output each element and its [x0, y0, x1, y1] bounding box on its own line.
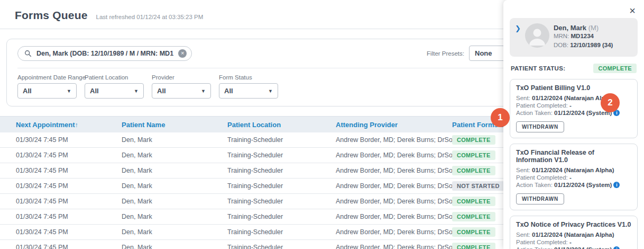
select-value: All [90, 87, 99, 95]
cell-attending-provider: Andrew Border, MD; Derek Burns; DrSonji.… [336, 228, 452, 236]
last-refreshed-text: Last refreshed 01/12/24 at 03:35:23 PM [96, 14, 204, 20]
search-icon [24, 50, 32, 57]
column-header-next-appointment[interactable]: Next Appointment↑ [16, 121, 122, 129]
page-title: Forms Queue [15, 9, 88, 22]
provider-select[interactable]: All▼ [152, 83, 211, 99]
cell-patient-name: Den, Mark [122, 228, 227, 236]
cell-patient-name: Den, Mark [122, 136, 227, 144]
annotation-circle-2: 2 [601, 93, 620, 112]
cell-next-appointment: 01/30/24 7:45 PM [16, 167, 122, 174]
form-title: TxO Financial Release of Information V1.… [516, 149, 631, 164]
cell-patient-location: Training-Scheduler [227, 228, 336, 236]
form-title: TxO Notice of Privacy Practices V1.0 [516, 221, 631, 228]
cell-next-appointment: 01/30/24 7:45 PM [16, 244, 122, 249]
withdrawn-button[interactable]: WITHDRAWN [516, 121, 564, 132]
column-header-patient-name[interactable]: Patient Name [122, 121, 227, 129]
cell-attending-provider: Andrew Border, MD; Derek Burns; DrSonji.… [336, 182, 452, 190]
cell-attending-provider: Andrew Border, MD; Derek Burns; DrSonji.… [336, 244, 452, 249]
cell-patient-location: Training-Scheduler [227, 182, 336, 190]
cell-attending-provider: Andrew Border, MD; Derek Burns; DrSonji.… [336, 167, 452, 174]
form-card-privacy-practices: TxO Notice of Privacy Practices V1.0 Sen… [510, 216, 638, 249]
cell-patient-location: Training-Scheduler [227, 244, 336, 249]
info-icon[interactable]: i [613, 182, 620, 188]
avatar [525, 23, 549, 48]
cell-next-appointment: 01/30/24 7:45 PM [16, 152, 122, 159]
form-sent-line: Sent: 01/12/2024 (Natarajan Alpha) [516, 232, 631, 238]
patient-dob: DOB: 12/10/1989 (34) [554, 41, 613, 50]
cell-patient-location: Training-Scheduler [227, 152, 336, 159]
select-value: All [23, 87, 32, 95]
form-title: TxO Patient Billing V1.0 [516, 84, 631, 92]
filter-label: Patient Location [85, 74, 144, 81]
cell-patient-location: Training-Scheduler [227, 167, 336, 174]
form-action-line: Action Taken: 01/12/2024 (System)i [516, 182, 631, 188]
cell-next-appointment: 01/30/24 7:45 PM [16, 136, 122, 144]
cell-patient-name: Den, Mark [122, 244, 227, 249]
info-icon[interactable]: i [613, 246, 620, 249]
status-badge: COMPLETE [452, 212, 495, 221]
annotation-circle-1: 1 [491, 108, 510, 127]
close-icon[interactable]: × [629, 5, 636, 16]
chip-close-icon[interactable]: × [178, 49, 187, 58]
cell-next-appointment: 01/30/24 7:45 PM [16, 228, 122, 236]
chevron-right-icon[interactable]: ❯ [515, 24, 521, 50]
cell-patient-location: Training-Scheduler [227, 136, 336, 144]
cell-patient-name: Den, Mark [122, 198, 227, 205]
cell-attending-provider: Andrew Border, MD; Derek Burns; DrSonji.… [336, 136, 452, 144]
status-badge: COMPLETE [452, 197, 495, 206]
cell-patient-name: Den, Mark [122, 182, 227, 190]
form-card-patient-billing: TxO Patient Billing V1.0 Sent: 01/12/202… [510, 79, 638, 138]
form-card-financial-release: TxO Financial Release of Information V1.… [510, 144, 638, 210]
status-badge: COMPLETE [452, 227, 495, 237]
status-badge: NOT STARTED [452, 181, 504, 191]
chevron-down-icon: ▼ [67, 88, 71, 94]
patient-search-input[interactable]: Den, Mark (DOB: 12/10/1989 / M / MRN: MD… [17, 46, 192, 61]
patient-mrn: MRN: MD1234 [554, 32, 613, 41]
filter-patient-location: Patient Location All▼ [85, 74, 144, 99]
cell-patient-location: Training-Scheduler [227, 213, 336, 220]
cell-next-appointment: 01/30/24 7:45 PM [16, 198, 122, 205]
chevron-down-icon: ▼ [134, 88, 139, 94]
filter-presets-label: Filter Presets: [427, 50, 464, 57]
patient-status-badge: COMPLETE [593, 64, 637, 73]
cell-patient-location: Training-Scheduler [227, 198, 336, 205]
chevron-down-icon: ▼ [268, 88, 273, 94]
forms-queue-app: Forms Queue Last refreshed 01/12/24 at 0… [0, 0, 644, 249]
cell-patient-name: Den, Mark [122, 152, 227, 159]
filter-provider: Provider All▼ [152, 74, 211, 99]
form-status-select[interactable]: All▼ [219, 83, 278, 99]
cell-attending-provider: Andrew Border, MD; Derek Burns; DrSonji.… [336, 198, 452, 205]
filter-label: Provider [152, 74, 211, 81]
status-badge: COMPLETE [452, 150, 495, 160]
select-value: All [224, 87, 233, 95]
cell-next-appointment: 01/30/24 7:45 PM [16, 182, 122, 190]
patient-status-label: PATIENT STATUS: [511, 65, 565, 72]
cell-patient-name: Den, Mark [122, 213, 227, 220]
person-icon [525, 23, 549, 48]
patient-status-row: PATIENT STATUS: COMPLETE [511, 64, 637, 73]
form-sent-line: Sent: 01/12/2024 (Natarajan Alpha) [516, 167, 631, 173]
cell-attending-provider: Andrew Border, MD; Derek Burns; DrSonji.… [336, 213, 452, 220]
cell-attending-provider: Andrew Border, MD; Derek Burns; DrSonji.… [336, 152, 452, 159]
chevron-down-icon: ▼ [201, 88, 206, 94]
patient-meta: Den, Mark (M) MRN: MD1234 DOB: 12/10/198… [554, 23, 613, 50]
select-value: All [157, 87, 166, 95]
withdrawn-button[interactable]: WITHDRAWN [516, 193, 564, 204]
column-header-attending-provider[interactable]: Attending Provider [336, 121, 452, 129]
column-header-patient-location[interactable]: Patient Location [227, 121, 336, 129]
form-completed-line: Patient Completed: - [516, 174, 631, 181]
patient-sex: (M) [588, 24, 599, 32]
patient-location-select[interactable]: All▼ [85, 83, 144, 99]
appointment-date-range-select[interactable]: All▼ [17, 83, 77, 99]
patient-detail-panel: × ❯ Den, Mark (M) MRN: MD1234 DOB: 12/10… [503, 0, 644, 249]
patient-search-chip: Den, Mark (DOB: 12/10/1989 / M / MRN: MD… [36, 50, 173, 57]
filter-label: Form Status [219, 74, 278, 81]
form-completed-line: Patient Completed: - [516, 239, 631, 245]
patient-name: Den, Mark (M) [554, 24, 613, 32]
status-badge: COMPLETE [452, 135, 495, 145]
filter-form-status: Form Status All▼ [219, 74, 278, 99]
status-badge: COMPLETE [452, 243, 495, 249]
form-action-line: Action Taken: 01/12/2024 (System)i [516, 246, 631, 249]
status-badge: COMPLETE [452, 166, 495, 175]
filter-appointment-date-range: Appointment Date Range All▼ [17, 74, 77, 99]
